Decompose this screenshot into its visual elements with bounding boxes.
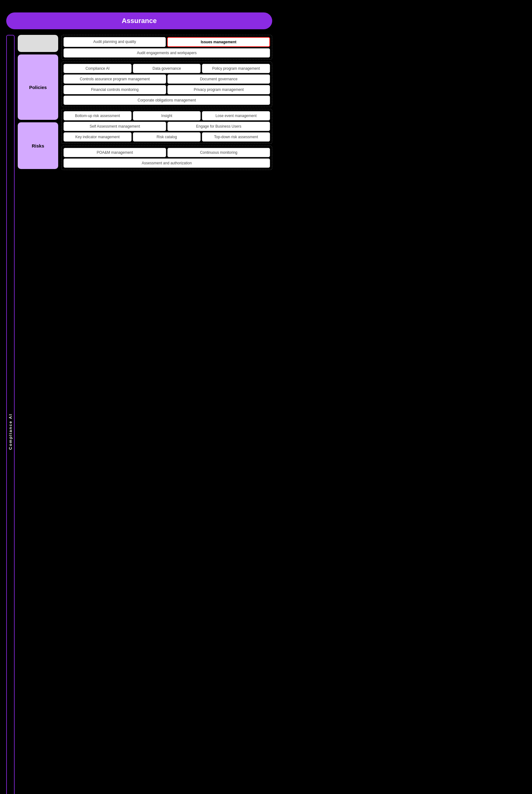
corporate-obligations-cell: Corporate obligations management <box>63 95 270 105</box>
privacy-program-cell: Privacy program management <box>167 85 270 94</box>
policy-program-cell: Policy program management <box>202 64 270 73</box>
audit-planning-cell: Audit planning and quality <box>63 37 166 47</box>
assurance-right-content: Audit planning and quality Issues manage… <box>61 35 272 794</box>
assurance-banner: Assurance <box>6 13 272 29</box>
poam-section: POA&M management Continuous monitoring A… <box>61 146 272 170</box>
risk-row-3: Key indicator management Risk catalog To… <box>63 132 270 142</box>
policies-box: Policies <box>18 54 58 120</box>
audit-row-1: Audit planning and quality Issues manage… <box>63 37 270 47</box>
compliance-ai-cell: Compliance AI <box>63 64 132 73</box>
compliance-row-3: Financial controls monitoring Privacy pr… <box>63 85 270 94</box>
assessment-authorization-cell: Assessment and authorization <box>63 159 270 168</box>
compliance-row-1: Compliance AI Data governance Policy pro… <box>63 64 270 73</box>
compliance-section: Compliance AI Data governance Policy pro… <box>61 62 272 107</box>
issues-management-cell: Issues management <box>167 37 270 47</box>
compliance-row-4: Corporate obligations management <box>63 95 270 105</box>
compliance-ai-vertical-label: Compliance AI <box>6 35 15 794</box>
self-assessment-cell: Self Assessment management <box>63 122 166 131</box>
assurance-layout: Compliance AI Policies Risks Audit plann… <box>6 35 272 794</box>
assurance-left-boxes: Policies Risks <box>18 35 58 794</box>
audit-row-2: Audit engagements and workpapers <box>63 48 270 58</box>
lose-event-cell: Lose event management <box>202 111 270 121</box>
continuous-monitoring-cell: Continuous monitoring <box>167 148 270 157</box>
compliance-row-2: Controls assurance program management Do… <box>63 74 270 84</box>
insight-cell: Insight <box>133 111 201 121</box>
risks-box: Risks <box>18 122 58 169</box>
poam-management-cell: POA&M management <box>63 148 166 157</box>
controls-assurance-cell: Controls assurance program management <box>63 74 166 84</box>
poam-row-2: Assessment and authorization <box>63 159 270 168</box>
poam-row-1: POA&M management Continuous monitoring <box>63 148 270 157</box>
risk-row-1: Bottom-up risk assessment Insight Lose e… <box>63 111 270 121</box>
financial-controls-cell: Financial controls monitoring <box>63 85 166 94</box>
audit-section: Audit planning and quality Issues manage… <box>61 35 272 60</box>
audit-engagements-cell: Audit engagements and workpapers <box>63 48 270 58</box>
risk-row-2: Self Assessment management Engage for Bu… <box>63 122 270 131</box>
risk-section: Bottom-up risk assessment Insight Lose e… <box>61 109 272 144</box>
risk-catalog-cell: Risk catalog <box>133 132 201 142</box>
data-governance-cell: Data governance <box>133 64 201 73</box>
compliance-ai-label-wrap: Compliance AI <box>6 35 15 794</box>
bottom-up-risk-cell: Bottom-up risk assessment <box>63 111 132 121</box>
engage-business-users-cell: Engage for Business Users <box>167 122 270 131</box>
key-indicator-cell: Key indicator management <box>63 132 132 142</box>
top-down-risk-cell: Top-down risk assessment <box>202 132 270 142</box>
document-governance-cell: Document governance <box>167 74 270 84</box>
assurance-empty-box <box>18 35 58 52</box>
